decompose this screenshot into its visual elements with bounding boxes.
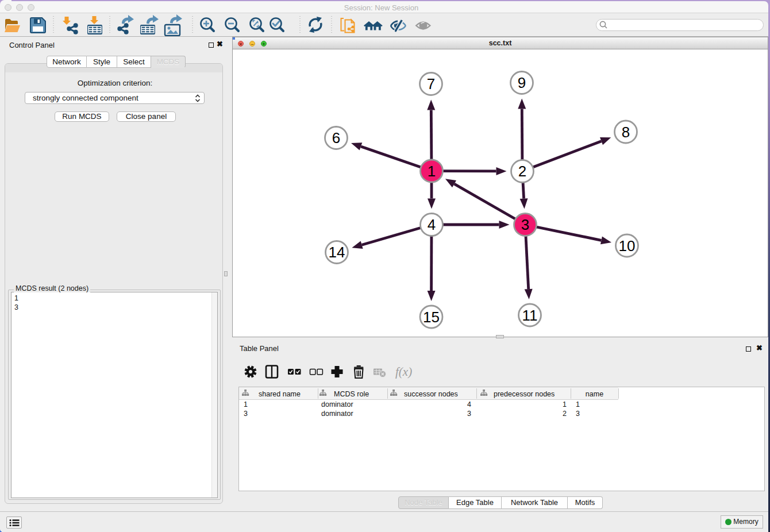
svg-text:7: 7 [427,75,435,92]
svg-text:9: 9 [518,74,526,91]
svg-text:6: 6 [332,129,340,147]
svg-text:15: 15 [423,309,440,326]
svg-text:f(x): f(x) [395,365,412,379]
svg-text:14: 14 [329,244,345,261]
svg-text:4: 4 [428,216,436,233]
svg-text:1: 1 [428,163,436,180]
svg-text:3: 3 [521,216,529,233]
svg-text:2: 2 [518,163,526,180]
svg-text:10: 10 [619,237,636,255]
svg-text:11: 11 [522,307,538,324]
svg-text:8: 8 [622,124,630,141]
